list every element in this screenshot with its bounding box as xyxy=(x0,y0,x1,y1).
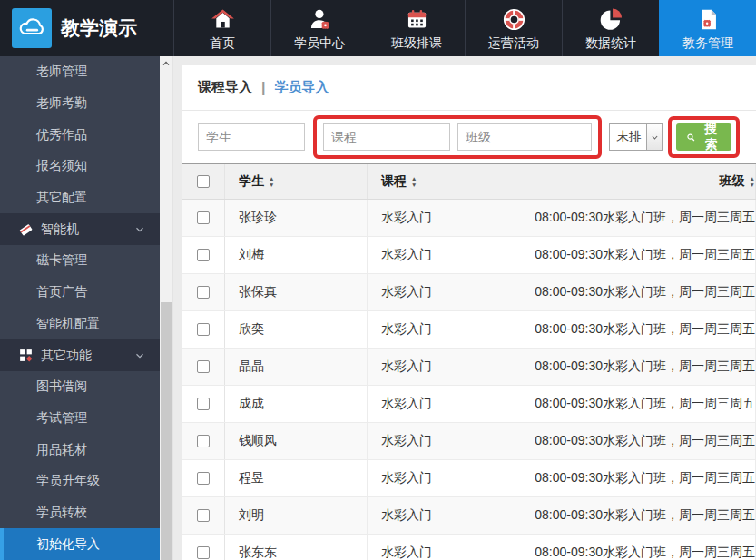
sidebar-item[interactable]: 老师考勤 xyxy=(0,88,160,120)
class-filter-input[interactable] xyxy=(457,123,592,151)
table-row[interactable]: 钱顺风 水彩入门 08:00-09:30水彩入门班，周一周三周五 xyxy=(182,423,756,460)
sidebar-item[interactable]: 老师管理 xyxy=(0,56,160,88)
sidebar-menu: 老师管理 老师考勤 优秀作品 报名须知 其它配置 智能机 xyxy=(0,56,160,560)
sidebar-item[interactable]: 智能机 xyxy=(0,213,160,245)
table-row[interactable]: 欣奕 水彩入门 08:00-09:30水彩入门班，周一周三周五 xyxy=(182,311,756,349)
home-icon xyxy=(211,7,235,33)
sidebar-scrollbar[interactable] xyxy=(160,56,173,560)
main-content: 课程导入 | 学员导入 末排 xyxy=(173,56,756,560)
nav-item[interactable]: 教务管理 xyxy=(659,0,756,56)
nav-item-label: 教务管理 xyxy=(682,35,733,52)
course-cell: 水彩入门 xyxy=(368,423,521,459)
course-cell: 水彩入门 xyxy=(368,349,521,385)
student-cell: 张保真 xyxy=(225,274,368,310)
column-header[interactable]: 课程 xyxy=(368,164,706,199)
sidebar-item[interactable]: 用品耗材 xyxy=(0,434,160,466)
student-filter-input[interactable] xyxy=(198,123,305,151)
course-filter-input[interactable] xyxy=(323,123,450,151)
sidebar-item[interactable]: 初始化导入 xyxy=(0,528,160,560)
table-row[interactable]: 刘明 水彩入门 08:00-09:30水彩入门班，周一周三周五 xyxy=(182,497,756,535)
table-row[interactable]: 张保真 水彩入门 08:00-09:30水彩入门班，周一周三周五 xyxy=(182,274,756,311)
sidebar-item-label: 学员转校 xyxy=(36,505,87,521)
sidebar-item[interactable]: 学员转校 xyxy=(0,497,160,529)
brand[interactable]: 教学演示 xyxy=(0,0,173,56)
sidebar-item[interactable]: 报名须知 xyxy=(0,151,160,182)
sidebar-item[interactable]: 考试管理 xyxy=(0,403,160,435)
user-gear-icon xyxy=(308,7,332,33)
class-cell: 08:00-09:30水彩入门班，周一周三周五 xyxy=(521,386,756,422)
student-cell: 刘明 xyxy=(225,497,368,534)
chevron-down-icon xyxy=(134,350,145,361)
sidebar-item[interactable]: 其它配置 xyxy=(0,182,160,214)
search-icon xyxy=(686,132,696,143)
column-header[interactable]: 班级 xyxy=(706,164,756,199)
student-cell: 成成 xyxy=(225,386,368,422)
sidebar-item-label: 优秀作品 xyxy=(36,127,87,143)
chevron-down-icon xyxy=(651,133,659,142)
student-cell: 欣奕 xyxy=(225,311,368,348)
sort-icon[interactable] xyxy=(411,175,417,188)
nav-item-label: 首页 xyxy=(210,35,235,52)
sidebar-item[interactable]: 首页广告 xyxy=(0,277,160,309)
table-row[interactable]: 张珍珍 水彩入门 08:00-09:30水彩入门班，周一周三周五 xyxy=(182,200,756,237)
class-cell: 08:00-09:30水彩入门班，周一周三周五 xyxy=(521,423,756,459)
row-checkbox-cell xyxy=(182,274,225,310)
sidebar-item[interactable]: 磁卡管理 xyxy=(0,245,160,277)
content-panel: 课程导入 | 学员导入 末排 xyxy=(182,65,756,560)
row-checkbox[interactable] xyxy=(197,509,210,522)
student-cell: 晶晶 xyxy=(225,349,368,385)
row-checkbox[interactable] xyxy=(197,323,210,336)
tab-separator: | xyxy=(261,80,265,96)
sidebar-item[interactable]: 智能机配置 xyxy=(0,309,160,340)
row-checkbox[interactable] xyxy=(197,398,210,410)
scroll-up-button[interactable] xyxy=(160,56,172,71)
row-checkbox[interactable] xyxy=(197,360,210,373)
nav-item[interactable]: 学员中心 xyxy=(270,0,368,56)
sidebar-item-label: 考试管理 xyxy=(36,410,87,427)
sort-icon[interactable] xyxy=(269,175,274,188)
sidebar-item[interactable]: 优秀作品 xyxy=(0,119,160,151)
table-row[interactable]: 程昱 水彩入门 08:00-09:30水彩入门班，周一周三周五 xyxy=(182,460,756,497)
row-checkbox[interactable] xyxy=(197,546,210,559)
sidebar-item-label: 磁卡管理 xyxy=(36,252,87,269)
nav-item[interactable]: 班级排课 xyxy=(368,0,465,56)
student-cell: 张东东 xyxy=(225,535,368,560)
annotation-box-inputs xyxy=(313,115,602,159)
nav-item[interactable]: 数据统计 xyxy=(562,0,659,56)
table-row[interactable]: 张东东 水彩入门 08:00-09:30水彩入门班，周一周三周五 xyxy=(182,535,756,560)
row-checkbox[interactable] xyxy=(197,211,210,224)
nav-item[interactable]: 首页 xyxy=(173,0,270,56)
row-checkbox[interactable] xyxy=(197,472,210,485)
table-row[interactable]: 刘梅 水彩入门 08:00-09:30水彩入门班，周一周三周五 xyxy=(182,237,756,274)
row-checkbox[interactable] xyxy=(197,286,210,299)
scrollbar-thumb[interactable] xyxy=(161,302,172,560)
sidebar-item[interactable]: 图书借阅 xyxy=(0,371,160,403)
tab-student-import[interactable]: 学员导入 xyxy=(274,79,329,96)
row-checkbox[interactable] xyxy=(197,435,210,447)
nav-item[interactable]: 运营活动 xyxy=(465,0,562,56)
sidebar-item-label: 报名须知 xyxy=(36,158,87,174)
row-checkbox-cell xyxy=(182,423,225,459)
row-checkbox-cell xyxy=(182,535,225,560)
table-row[interactable]: 成成 水彩入门 08:00-09:30水彩入门班，周一周三周五 xyxy=(182,386,756,423)
annotation-box-search: 搜索 xyxy=(668,116,740,158)
sidebar-item[interactable]: 学员升年级 xyxy=(0,466,160,497)
row-checkbox[interactable] xyxy=(197,249,210,261)
class-cell: 08:00-09:30水彩入门班，周一周三周五 xyxy=(521,535,756,560)
sidebar-item[interactable]: 其它功能 xyxy=(0,339,160,371)
class-cell: 08:00-09:30水彩入门班，周一周三周五 xyxy=(521,460,756,496)
search-button-label: 搜索 xyxy=(701,121,722,153)
sidebar-item-label: 其它功能 xyxy=(41,348,92,364)
tab-course-import[interactable]: 课程导入 xyxy=(198,79,252,96)
grid-icon xyxy=(18,348,34,363)
row-checkbox-cell xyxy=(182,237,225,273)
column-header[interactable]: 学生 xyxy=(225,164,368,199)
doc-gear-icon xyxy=(696,7,721,33)
sort-icon[interactable] xyxy=(750,175,755,188)
schedule-filter-select[interactable]: 末排 xyxy=(609,123,663,151)
nav-item-label: 班级排课 xyxy=(391,35,442,52)
row-checkbox-cell xyxy=(182,349,225,385)
select-all-checkbox[interactable] xyxy=(197,175,210,188)
table-row[interactable]: 晶晶 水彩入门 08:00-09:30水彩入门班，周一周三周五 xyxy=(182,349,756,386)
search-button[interactable]: 搜索 xyxy=(676,123,731,151)
